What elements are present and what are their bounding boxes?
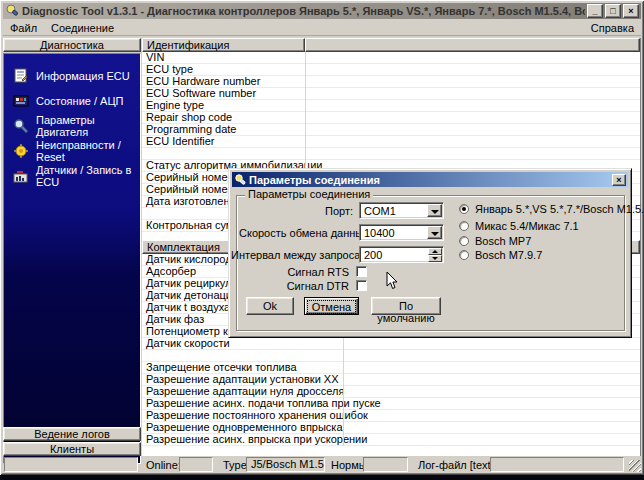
table-row[interactable] — [142, 350, 640, 362]
row-label: Разрешение одновременного впрыска — [142, 422, 343, 433]
radio-icon[interactable] — [459, 204, 469, 214]
spin-down-button[interactable] — [428, 255, 442, 262]
row-label: VIN — [142, 52, 164, 63]
sidebar-item-label: Состояние / АЦП — [36, 95, 123, 107]
dialog-icon — [234, 174, 246, 186]
rts-checkbox[interactable] — [356, 266, 367, 277]
chevron-down-icon — [432, 257, 438, 260]
radio-label: Микас 5.4/Микас 7.1 — [475, 220, 579, 232]
table-row[interactable]: ECU type — [142, 64, 640, 76]
window-title: Diagnostic Tool v1.3.1 - Диагностика кон… — [22, 5, 585, 17]
table-row[interactable]: Engine type — [142, 100, 640, 112]
sidebar: Диагностика Информация ECU — [3, 38, 141, 456]
ok-button[interactable]: Ok — [246, 297, 294, 315]
menu-help[interactable]: Справка — [584, 21, 641, 35]
type-value: J5/Bosch M1.5.4 — [246, 457, 325, 472]
table-row[interactable]: Разрешение одновременного впрыска — [142, 422, 640, 434]
table-row[interactable]: Разрешение асинх. впрыска при ускорении — [142, 434, 640, 446]
sidebar-item-label: Датчики / Запись в ECU — [36, 164, 140, 188]
connection-settings-dialog: Параметры соединения × Параметры соедине… — [228, 168, 632, 338]
maximize-button[interactable]: □ — [605, 4, 621, 18]
row-label: ECU type — [142, 64, 193, 75]
baud-dropdown-button[interactable] — [427, 226, 442, 239]
sidebar-item-faults-reset[interactable]: Неисправности / Reset — [4, 138, 140, 163]
menubar: Файл Соединение Справка — [3, 20, 641, 36]
sidebar-item-sensors-write[interactable]: Датчики / Запись в ECU — [4, 163, 140, 188]
table-row[interactable]: Разрешение адаптации установки ХХ — [142, 374, 640, 386]
sidebar-header-clients[interactable]: Клиенты — [3, 442, 141, 456]
default-button[interactable]: По умолчанию — [371, 297, 441, 315]
row-label: Датчик детонации — [142, 290, 238, 301]
table-row[interactable]: Repair shop code — [142, 112, 640, 124]
row-label: ECU Hardware number — [142, 76, 260, 87]
table-row[interactable] — [142, 148, 640, 160]
table-row[interactable]: ECU Identifier — [142, 136, 640, 148]
identification-value-header-cell — [305, 38, 640, 52]
online-label: Online: — [146, 458, 181, 472]
statusbar: Online: Type: J5/Bosch M1.5.4 Нормы: Лог… — [3, 457, 641, 473]
sidebar-item-engine-params[interactable]: Параметры Двигателя — [4, 113, 140, 138]
row-label: Engine type — [142, 100, 204, 111]
resize-grip-icon[interactable] — [629, 460, 641, 472]
row-label: ECU Software number — [142, 88, 256, 99]
table-row[interactable]: VIN — [142, 52, 640, 64]
port-label: Порт: — [239, 205, 353, 217]
row-label — [142, 208, 146, 219]
baud-label: Скорость обмена данными: — [239, 227, 353, 239]
adc-state-icon — [13, 93, 29, 109]
group-label: Параметры соединения — [245, 188, 373, 200]
logfile-value — [490, 457, 624, 472]
screen: Diagnostic Tool v1.3.1 - Диагностика кон… — [0, 0, 644, 480]
menu-connection[interactable]: Соединение — [44, 21, 121, 35]
menu-file[interactable]: Файл — [3, 21, 44, 35]
dialog-titlebar[interactable]: Параметры соединения × — [232, 172, 628, 187]
spin-up-button[interactable] — [428, 248, 442, 255]
protocol-option-yanvar[interactable]: Январь 5.*,VS 5.*,7.*/Bosch M1.5.4(N) — [459, 202, 644, 215]
dtr-checkbox[interactable] — [356, 280, 367, 291]
table-row[interactable]: Датчик скорости — [142, 338, 640, 350]
radio-label: Январь 5.*,VS 5.*,7.*/Bosch M1.5.4(N) — [475, 203, 644, 215]
table-row[interactable]: Programming date — [142, 124, 640, 136]
sidebar-item-adc-state[interactable]: Состояние / АЦП — [4, 88, 140, 113]
radio-icon[interactable] — [459, 236, 469, 246]
app-icon — [5, 4, 19, 18]
table-row[interactable]: Разрешение асинх. подачи топлива при пус… — [142, 398, 640, 410]
baud-select[interactable]: 10400 — [359, 224, 444, 241]
row-label: Разрешение постоянного хранения ошибок — [142, 410, 368, 421]
online-value — [179, 457, 213, 472]
status-left-panel — [4, 457, 138, 472]
table-row[interactable]: Запрещение отсечки топлива — [142, 362, 640, 374]
table-row[interactable]: ECU Hardware number — [142, 76, 640, 88]
port-dropdown-button[interactable] — [427, 204, 442, 217]
table-row[interactable]: Разрешение адаптации нуля дросселя — [142, 386, 640, 398]
protocol-option-mikas[interactable]: Микас 5.4/Микас 7.1 — [459, 219, 579, 232]
table-row[interactable]: ECU Software number — [142, 88, 640, 100]
dialog-close-button[interactable]: × — [612, 174, 626, 186]
titlebar-buttons: _ □ × — [587, 4, 639, 18]
row-label: Разрешение адаптации установки ХХ — [142, 374, 339, 385]
sidebar-nav: Информация ECU Состояние / АЦП — [3, 53, 141, 464]
radio-icon[interactable] — [459, 221, 469, 231]
protocol-option-bosch-mp7[interactable]: Bosch MP7 — [459, 234, 531, 247]
sidebar-header-diagnostics[interactable]: Диагностика — [3, 38, 141, 52]
table-row[interactable]: Разрешение постоянного хранения ошибок — [142, 410, 640, 422]
port-value: COM1 — [364, 205, 396, 217]
sidebar-header-logs[interactable]: Ведение логов — [3, 427, 141, 441]
port-select[interactable]: COM1 — [359, 202, 444, 219]
row-label: Разрешение асинх. впрыска при ускорении — [142, 434, 367, 445]
row-label — [142, 350, 146, 361]
logfile-label: Лог-файл [text]: — [418, 458, 497, 472]
titlebar[interactable]: Diagnostic Tool v1.3.1 - Диагностика кон… — [3, 3, 641, 19]
close-button[interactable]: × — [623, 4, 639, 18]
row-label: Programming date — [142, 124, 237, 135]
cancel-button[interactable]: Отмена — [304, 297, 359, 315]
interval-spinner[interactable]: 200 — [359, 246, 444, 263]
dtr-label: Сигнал DTR — [239, 280, 349, 292]
faults-reset-icon — [13, 143, 29, 159]
minimize-button[interactable]: _ — [587, 4, 603, 18]
identification-table-header: Идентификация — [142, 38, 640, 52]
sidebar-item-ecu-info[interactable]: Информация ECU — [4, 63, 140, 88]
ecu-info-icon — [13, 68, 29, 84]
radio-icon[interactable] — [459, 250, 469, 260]
protocol-option-bosch-m797[interactable]: Bosch M7.9.7 — [459, 248, 542, 261]
